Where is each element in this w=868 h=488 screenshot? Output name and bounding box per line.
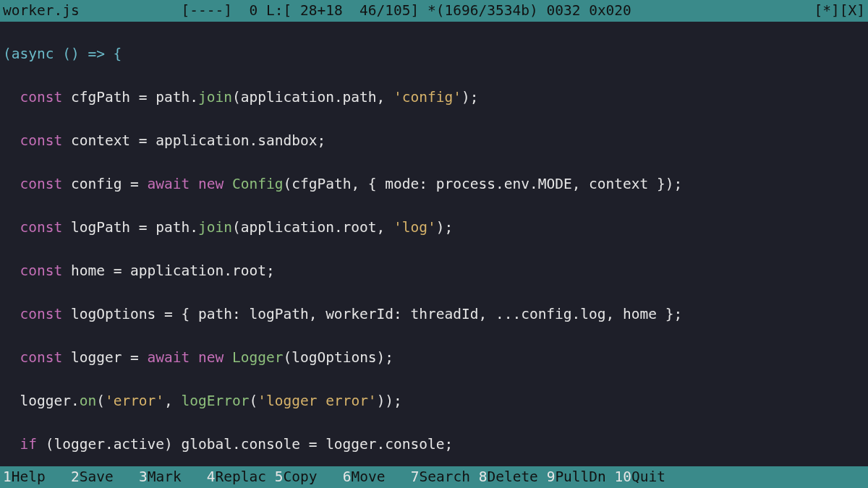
title-filename: worker.js [----] 0 L:[ 28+18 46/105] *(1… — [3, 0, 631, 22]
code-line: const logger = await new Logger(logOptio… — [3, 347, 865, 369]
fkey-quit[interactable]: 10Quit — [615, 466, 665, 488]
code-line: const cfgPath = path.join(application.pa… — [3, 87, 865, 108]
code-line: logger.on('error', logError('logger erro… — [3, 390, 865, 412]
code-line: const logPath = path.join(application.ro… — [3, 217, 865, 239]
code-line: const config = await new Config(cfgPath,… — [3, 174, 865, 195]
function-key-bar: 1Help 2Save 3Mark 4Replac 5Copy 6Move 7S… — [0, 466, 868, 488]
fkey-search[interactable]: 7Search — [411, 466, 479, 488]
code-line: (async () => { — [3, 43, 865, 65]
title-bar: worker.js [----] 0 L:[ 28+18 46/105] *(1… — [0, 0, 868, 22]
fkey-save[interactable]: 2Save — [71, 466, 139, 488]
code-editor[interactable]: (async () => { const cfgPath = path.join… — [0, 22, 868, 466]
fkey-copy[interactable]: 5Copy — [275, 466, 343, 488]
fkey-replac[interactable]: 4Replac — [207, 466, 275, 488]
fkey-mark[interactable]: 3Mark — [139, 466, 207, 488]
title-flags-right: [*][X] — [814, 0, 865, 22]
code-line: const logOptions = { path: logPath, work… — [3, 304, 865, 325]
code-line: const context = application.sandbox; — [3, 130, 865, 152]
fkey-move[interactable]: 6Move — [343, 466, 411, 488]
fkey-pulldn[interactable]: 9PullDn — [547, 466, 615, 488]
code-line: if (logger.active) global.console = logg… — [3, 434, 865, 455]
fkey-help[interactable]: 1Help — [3, 466, 71, 488]
fkey-delete[interactable]: 8Delete — [479, 466, 547, 488]
code-line: const home = application.root; — [3, 260, 865, 282]
